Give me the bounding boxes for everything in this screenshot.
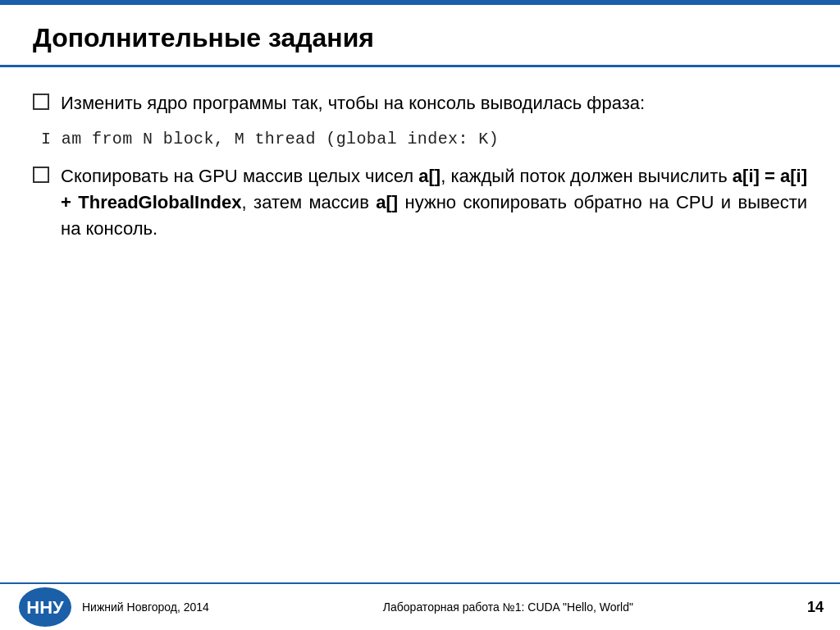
- bullet2-text-part2: , каждый поток должен вычислить: [441, 166, 733, 186]
- bullet-item-1: Изменить ядро программы так, чтобы на ко…: [33, 90, 807, 116]
- footer-lab-title: Лабораторная работа №1: CUDA "Hello, Wor…: [209, 600, 807, 614]
- title-section: Дополнительные задания: [0, 5, 840, 67]
- bullet2-text-part1: Скопировать на GPU массив целых чисел: [61, 166, 418, 186]
- bullet-item-2: Скопировать на GPU массив целых чисел a[…: [33, 163, 807, 242]
- slide-content: Изменить ядро программы так, чтобы на ко…: [0, 67, 840, 582]
- bullet-text-2: Скопировать на GPU массив целых чисел a[…: [61, 163, 807, 242]
- checkbox-2: [33, 167, 49, 183]
- slide-title: Дополнительные задания: [33, 23, 807, 53]
- bullet2-bold1: a[]: [418, 166, 441, 186]
- footer-city: Нижний Новгород, 2014: [82, 600, 209, 614]
- bullet2-bold3: a[]: [376, 192, 398, 212]
- bullet1-text: Изменить ядро программы так, чтобы на ко…: [61, 93, 645, 113]
- svg-text:ННУ: ННУ: [26, 597, 64, 618]
- bullet-text-1: Изменить ядро программы так, чтобы на ко…: [61, 90, 807, 116]
- university-logo: ННУ: [16, 586, 74, 628]
- footer-page-number: 14: [807, 599, 824, 616]
- slide: Дополнительные задания Изменить ядро про…: [0, 0, 840, 630]
- bullet2-text-part3: , затем массив: [242, 192, 377, 212]
- code-line: I am from N block, M thread (global inde…: [33, 130, 807, 148]
- footer: ННУ Нижний Новгород, 2014 Лабораторная р…: [0, 582, 840, 630]
- checkbox-1: [33, 94, 49, 110]
